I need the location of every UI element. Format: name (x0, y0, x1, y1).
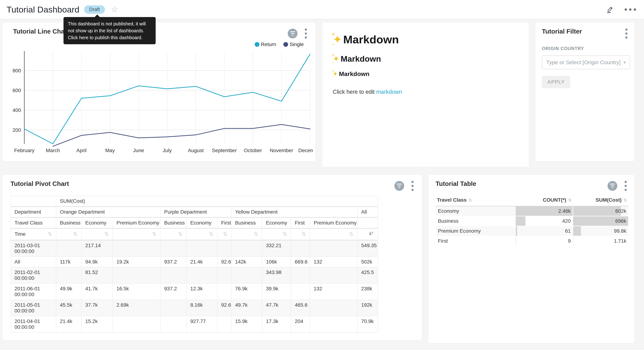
sparkles-icon: ✦✦✦ (333, 33, 342, 46)
chart-menu-icon[interactable] (624, 180, 628, 192)
travel-class-cell: Business (436, 216, 516, 226)
sort-icon[interactable]: ⇅ (302, 231, 306, 237)
pivot-metric-label: SUM(Cost) (56, 196, 378, 206)
apply-button[interactable]: APPLY (542, 76, 570, 88)
pivot-cell: 37.7k (82, 300, 113, 316)
table-row[interactable]: Business420696k (436, 216, 628, 226)
origin-country-label: ORIGIN COUNTRY (542, 46, 628, 51)
pivot-cell: 76.9k (231, 284, 262, 300)
pivot-row-header: 2011-06-01 00:00:00 (11, 284, 56, 300)
column-header-label: COUNT(*) (543, 197, 566, 203)
x-axis-label: August (188, 148, 204, 153)
markdown-h3: ✦✦✦Markdown (333, 70, 520, 78)
pivot-cell: 549.35 (357, 240, 378, 256)
legend-item[interactable]: Return (255, 42, 276, 47)
sort-icon[interactable]: ⇅ (152, 231, 156, 237)
pivot-cell: 204 (291, 316, 310, 332)
markdown-card: ✦✦✦Markdown ✦✦✦Markdown ✦✦✦Markdown Clic… (322, 22, 529, 167)
sort-icon[interactable]: ⇅ (568, 198, 572, 202)
pivot-cell (310, 240, 357, 256)
pivot-travel-class-label: Travel Class (11, 218, 56, 228)
chart-menu-icon[interactable] (410, 180, 415, 192)
tutorial-table: Travel Class⇅COUNT(*)⇅SUM(Cost)⇅Economy2… (436, 194, 628, 246)
pivot-department-label: Department (11, 206, 56, 218)
table-column-header[interactable]: SUM(Cost)⇅ (573, 194, 628, 206)
pivot-cell: 106k (262, 256, 291, 267)
cross-filter-icon[interactable] (288, 29, 298, 38)
table-column-header[interactable]: COUNT(*)⇅ (516, 194, 573, 206)
edit-pencil-icon[interactable] (606, 5, 614, 14)
x-axis-label: September (212, 148, 237, 153)
pivot-cell: 49.7k (231, 300, 262, 316)
x-axis-label: February (14, 148, 34, 153)
sort-descending-icon[interactable] (368, 231, 374, 238)
sort-icon[interactable]: ⇅ (283, 231, 287, 237)
pivot-cell: 217.14 (82, 240, 113, 256)
sort-icon[interactable]: ⇅ (209, 231, 214, 237)
pivot-cell: 94.9k (82, 256, 113, 267)
pivot-cell: 15.9k (231, 316, 262, 332)
pivot-cell: 343.98 (262, 267, 291, 284)
edit-markdown-link[interactable]: markdown (376, 89, 402, 95)
pivot-cell: 41.7k (82, 284, 113, 300)
pivot-cell (231, 240, 262, 256)
x-axis-label: July (163, 148, 172, 153)
sort-icon[interactable]: ⇅ (254, 231, 258, 237)
sort-icon[interactable]: ⇅ (349, 231, 354, 237)
pivot-cell: 192k (357, 300, 378, 316)
pivot-class-header: Business (160, 218, 186, 228)
pivot-cell: 8.16k (186, 300, 217, 316)
table-row[interactable]: Premium Economy6199.8k (436, 226, 628, 236)
line-chart-title: Tutorial Line Chart (13, 28, 69, 35)
page-title: Tutorial Dashboard (6, 4, 80, 14)
table-row[interactable]: Economy2.46k602k (436, 206, 628, 216)
chart-menu-icon[interactable] (304, 28, 308, 39)
pivot-cell: 2.69k (113, 300, 160, 316)
cross-filter-icon[interactable] (394, 181, 404, 191)
pivot-all-header: All (357, 206, 378, 218)
pivot-cell (186, 267, 217, 284)
chevron-down-icon: ▾ (624, 60, 626, 65)
publish-tooltip[interactable]: This dashboard is not published, it will… (64, 17, 156, 44)
pivot-row: 2011-03-01 00:00:00217.14332.21549.35 (11, 240, 378, 256)
legend-item[interactable]: Single (283, 42, 304, 47)
pivot-cell (186, 240, 217, 256)
sort-icon[interactable]: ⇅ (104, 231, 109, 237)
x-axis-label: April (76, 148, 86, 153)
pivot-group-header: Yellow Department (231, 206, 357, 218)
pivot-sort-cell: Time⇅ (11, 228, 56, 240)
pivot-sort-cell (357, 228, 378, 240)
sort-icon[interactable]: ⇅ (178, 231, 183, 237)
sort-icon[interactable]: ⇅ (468, 198, 472, 202)
filter-menu-icon[interactable] (624, 28, 628, 39)
pivot-cell: 81.52 (82, 267, 113, 284)
sort-icon[interactable]: ⇅ (48, 231, 52, 237)
legend-dot (283, 42, 288, 47)
table-column-header[interactable]: Travel Class⇅ (436, 194, 516, 206)
filter-card-title: Tutorial Filter (542, 28, 582, 35)
x-axis-label: December (298, 148, 313, 153)
more-actions-icon[interactable] (624, 8, 636, 11)
table-row[interactable]: First91.71k (436, 236, 628, 246)
pivot-cell: 45.5k (56, 300, 82, 316)
sum-cost-cell: 602k (573, 206, 628, 216)
draft-status-badge[interactable]: Draft (84, 6, 105, 14)
origin-country-select[interactable]: Type or Select [Origin Country] ▾ (542, 56, 630, 69)
sort-icon[interactable]: ⇅ (623, 198, 627, 202)
pivot-cell (291, 240, 310, 256)
pivot-cell: 16.5k (113, 284, 160, 300)
sort-icon[interactable]: ⇅ (73, 231, 78, 237)
pivot-chart-title: Tutorial Pivot Chart (10, 180, 69, 187)
x-axis-label: March (46, 148, 60, 153)
y-axis-label: 400 (12, 107, 21, 113)
pivot-cell: 937.2 (160, 256, 186, 267)
pivot-sort-cell: ⇅ (113, 228, 160, 240)
pivot-sort-cell: ⇅ (186, 228, 217, 240)
sort-icon[interactable]: ⇅ (223, 231, 228, 237)
legend-label: Return (261, 42, 276, 47)
favorite-star-icon[interactable]: ☆ (111, 6, 118, 14)
pivot-cell (217, 240, 231, 256)
column-header-label: SUM(Cost) (596, 197, 622, 203)
cross-filter-icon[interactable] (608, 181, 617, 191)
pivot-row-header: 2011-02-01 00:00:00 (11, 267, 56, 284)
